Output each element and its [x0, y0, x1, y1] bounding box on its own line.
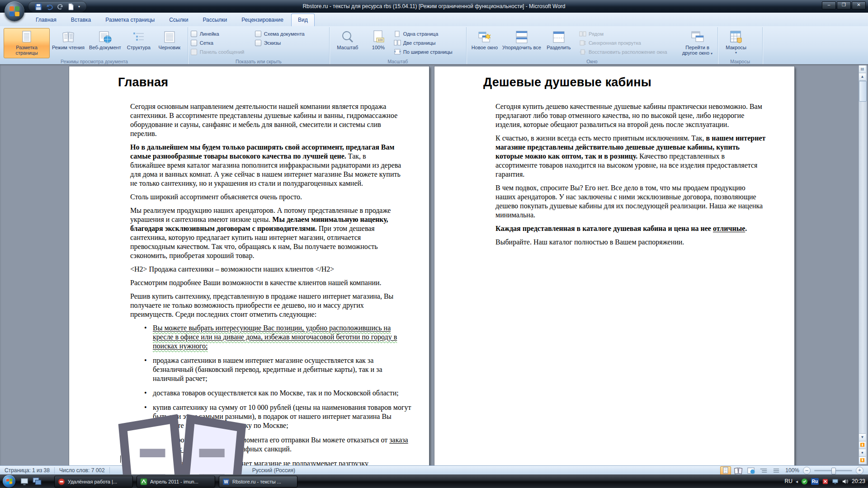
split-icon: [552, 30, 566, 44]
undo-icon[interactable]: [46, 3, 53, 10]
zoom-level-indicator[interactable]: 100%: [783, 466, 801, 475]
macros-button[interactable]: Макросы ▾: [721, 28, 751, 58]
display-tray-icon[interactable]: [832, 478, 839, 485]
tab-references[interactable]: Ссылки: [162, 14, 195, 26]
qat-customize-chevron-icon[interactable]: ▾: [78, 5, 80, 9]
taskbar-button-remote-work[interactable]: Удалённая работа |...: [54, 476, 133, 488]
select-browse-object-icon[interactable]: ●: [859, 449, 866, 456]
taskbar-button-april-2011[interactable]: Апрель 2011 - imun...: [137, 476, 215, 488]
zoom-slider[interactable]: [814, 470, 852, 471]
system-tray: RU ◂ Ru 20:23: [785, 474, 865, 488]
text-run: Сегодня купить дешево качественные душев…: [495, 103, 762, 128]
previous-page-icon[interactable]: ⏫: [859, 441, 866, 449]
reset-position-icon: [579, 49, 586, 55]
ruler-toggle-icon[interactable]: ▤: [859, 66, 866, 73]
draft-button[interactable]: Черновик: [154, 28, 185, 58]
new-window-button[interactable]: Новое окно: [469, 28, 500, 58]
document-heading: Дешевые душевые кабины: [483, 75, 755, 89]
svg-text:W: W: [224, 479, 228, 484]
start-button[interactable]: [3, 475, 15, 488]
switch-windows-button[interactable]: Перейти в другое окно ▾: [680, 28, 715, 58]
checkbox-thumbnails[interactable]: Эскизы: [255, 39, 305, 47]
next-page-icon[interactable]: ⏬: [859, 456, 866, 464]
view-draft-button[interactable]: [771, 466, 782, 475]
volume-tray-icon[interactable]: [842, 478, 849, 485]
view-print-layout-button[interactable]: [720, 466, 731, 475]
checkbox-ruler[interactable]: Линейка: [191, 30, 255, 38]
arrange-all-button[interactable]: Упорядочить все: [500, 28, 543, 58]
ribbon-tab-row: ГлавнаяВставкаРазметка страницыСсылкиРас…: [0, 13, 868, 26]
clock[interactable]: 20:23: [852, 478, 865, 484]
list-item: Вы можете выбрать интересующие Вас позиц…: [153, 324, 413, 351]
outline-button[interactable]: Структура: [123, 28, 154, 58]
red-app-tray-icon[interactable]: [822, 478, 829, 485]
split-button[interactable]: Разделить: [543, 28, 574, 58]
checkbox-document-map[interactable]: Схема документа: [255, 30, 305, 38]
arrange-all-icon: [514, 30, 529, 44]
punto-switcher-icon[interactable]: Ru: [811, 478, 819, 485]
view-outline-button[interactable]: [758, 466, 769, 475]
checkbox-icon: [255, 31, 261, 37]
antivirus-tray-icon[interactable]: [801, 478, 808, 485]
side-by-side-button: Рядом: [579, 30, 675, 38]
switch-windows-taskbar-icon[interactable]: [33, 477, 42, 486]
language-bar[interactable]: RU: [785, 478, 793, 484]
show-desktop-icon[interactable]: [20, 477, 29, 486]
taskbar-button-rbstore-doc[interactable]: WRbstore.ru - тексты ...: [219, 476, 297, 488]
vertical-scrollbar[interactable]: ▤ ▲ ▼ ⏫ ● ⏬: [859, 65, 867, 465]
view-web-layout-button[interactable]: [745, 466, 756, 475]
new-document-icon[interactable]: [67, 3, 75, 10]
word-count-indicator[interactable]: Число слов: 7 002: [55, 466, 109, 475]
new-window-label: Новое окно: [472, 45, 498, 50]
close-button[interactable]: ✕: [852, 1, 866, 9]
minimize-button[interactable]: –: [822, 1, 836, 9]
tab-page-layout[interactable]: Разметка страницы: [99, 14, 161, 26]
sync-scroll-label: Синхронная прокрутка: [589, 40, 641, 46]
save-icon[interactable]: [35, 3, 42, 10]
zoom-button[interactable]: Масштаб: [332, 28, 363, 58]
print-layout-icon: [19, 30, 34, 44]
scroll-down-arrow-icon[interactable]: ▼: [859, 433, 866, 441]
paragraph: Сегодня основным направлением деятельнос…: [130, 102, 401, 138]
proofing-status[interactable]: Русский (Россия): [110, 466, 300, 475]
checkbox-gridlines[interactable]: Сетка: [191, 39, 255, 47]
view-full-screen-button[interactable]: [733, 466, 744, 475]
outline-label: Структура: [127, 45, 151, 50]
scroll-up-arrow-icon[interactable]: ▲: [859, 73, 866, 81]
document-page-2[interactable]: Дешевые душевые кабиныСегодня купить деш…: [434, 66, 794, 465]
tab-home[interactable]: Главная: [29, 14, 63, 26]
thumbnails-label: Эскизы: [264, 40, 281, 46]
full-screen-reading-button[interactable]: Режим чтения: [50, 28, 87, 58]
office-button[interactable]: [5, 1, 24, 21]
tab-view[interactable]: Вид: [291, 14, 315, 26]
restore-button[interactable]: ❐: [837, 1, 851, 9]
web-layout-button[interactable]: Веб-документ: [87, 28, 123, 58]
zoom-out-button[interactable]: –: [803, 467, 811, 474]
tab-insert[interactable]: Вставка: [64, 14, 98, 26]
page-number-indicator[interactable]: Страница: 1 из 38: [0, 466, 54, 475]
two-pages-button[interactable]: Две страницы: [394, 39, 453, 47]
zoom-in-button[interactable]: +: [856, 467, 863, 474]
redo-icon[interactable]: [57, 3, 64, 10]
page-width-button[interactable]: По ширине страницы: [394, 48, 453, 56]
taskbar-button-label: Rbstore.ru - тексты ...: [232, 479, 281, 484]
draft-icon: [162, 30, 177, 44]
one-page-button[interactable]: Одна страница: [394, 30, 453, 38]
sync-scroll-icon: [579, 40, 586, 46]
arrange-all-label: Упорядочить все: [502, 45, 541, 50]
paragraph: Столь широкий ассортимент объясняется оч…: [130, 192, 401, 202]
paragraph: В чем подвох, спросите Вы? Его нет. Все …: [495, 183, 767, 220]
scrollbar-thumb[interactable]: [859, 81, 867, 102]
text-run: Выбирайте. Наш каталог полностью в Вашем…: [495, 238, 684, 246]
ruler-label: Линейка: [200, 31, 219, 37]
new-window-icon: [477, 30, 492, 44]
tab-review[interactable]: Рецензирование: [235, 14, 290, 26]
tab-mailings[interactable]: Рассылки: [196, 14, 234, 26]
tray-expand-chevron-icon[interactable]: ◂: [796, 479, 798, 484]
reset-position-label: Восстановить расположение окна: [589, 49, 667, 55]
zoom-slider-thumb[interactable]: [831, 468, 836, 474]
word-icon: W: [222, 478, 230, 485]
print-layout-button[interactable]: Разметка страницы: [4, 28, 50, 58]
zoom-100-button[interactable]: 100100%: [363, 28, 394, 58]
ribbon: Разметка страницыРежим чтенияВеб-докумен…: [0, 26, 868, 66]
